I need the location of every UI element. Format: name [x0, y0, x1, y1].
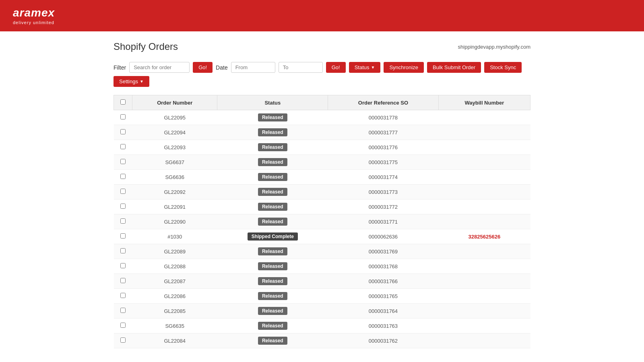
table-row: SG6635Released0000031763	[114, 319, 530, 333]
col-status: Status	[217, 95, 328, 110]
row-checkbox-cell	[114, 274, 132, 289]
logo-name: aramex	[13, 6, 55, 19]
date-go-button[interactable]: Go!	[326, 62, 346, 73]
date-label: Date	[216, 64, 228, 71]
order-reference: 0000031778	[328, 110, 439, 125]
select-all-checkbox[interactable]	[120, 99, 126, 105]
waybill-number	[438, 110, 530, 125]
waybill-number	[438, 185, 530, 200]
row-checkbox[interactable]	[120, 248, 126, 253]
status-badge: Released	[258, 262, 287, 270]
order-number: GL22087	[132, 274, 217, 289]
order-number: SG6636	[132, 170, 217, 185]
order-status: Released	[217, 244, 328, 259]
row-checkbox[interactable]	[120, 323, 126, 328]
row-checkbox-cell	[114, 125, 132, 140]
order-status: Released	[217, 319, 328, 333]
search-go-button[interactable]: Go!	[193, 62, 213, 73]
order-number: GL22091	[132, 200, 217, 214]
status-badge: Released	[258, 277, 287, 285]
order-status: Released	[217, 333, 328, 348]
row-checkbox[interactable]	[120, 308, 126, 313]
stock-sync-button[interactable]: Stock Sync	[484, 62, 522, 73]
table-row: GL22087Released0000031766	[114, 274, 530, 289]
order-reference: 0000031773	[328, 185, 439, 200]
waybill-number	[438, 333, 530, 348]
order-number: GL22094	[132, 125, 217, 140]
waybill-number	[438, 170, 530, 185]
status-button[interactable]: Status ▼	[349, 62, 381, 73]
search-input[interactable]	[129, 62, 190, 73]
row-checkbox[interactable]	[120, 218, 126, 224]
table-row: GL22094Released0000031777	[114, 125, 530, 140]
table-row: GL22085Released0000031764	[114, 304, 530, 319]
bulk-submit-button[interactable]: Bulk Submit Order	[427, 62, 481, 73]
row-checkbox[interactable]	[120, 263, 126, 268]
table-row: GL22086Released0000031765	[114, 289, 530, 304]
row-checkbox[interactable]	[120, 174, 126, 179]
order-reference: 0000031775	[328, 155, 439, 170]
order-reference: 0000031763	[328, 319, 439, 333]
row-checkbox-cell	[114, 259, 132, 274]
app-header: aramex delivery unlimited	[0, 0, 644, 31]
orders-table: Order Number Status Order Reference SO W…	[114, 95, 530, 348]
row-checkbox[interactable]	[120, 278, 126, 283]
row-checkbox[interactable]	[120, 114, 126, 119]
row-checkbox[interactable]	[120, 129, 126, 134]
waybill-number	[438, 214, 530, 229]
order-status: Released	[217, 289, 328, 304]
status-badge: Released	[258, 218, 287, 226]
row-checkbox[interactable]	[120, 144, 126, 149]
order-status: Released	[217, 170, 328, 185]
row-checkbox[interactable]	[120, 189, 126, 194]
table-header-row: Order Number Status Order Reference SO W…	[114, 95, 530, 110]
row-checkbox[interactable]	[120, 233, 126, 239]
order-reference: 0000031766	[328, 274, 439, 289]
row-checkbox-cell	[114, 185, 132, 200]
order-number: GL22092	[132, 185, 217, 200]
order-reference: 0000031764	[328, 304, 439, 319]
row-checkbox-cell	[114, 244, 132, 259]
row-checkbox[interactable]	[120, 293, 126, 298]
order-status: Released	[217, 214, 328, 229]
order-reference: 0000031768	[328, 259, 439, 274]
status-badge: Released	[258, 337, 287, 345]
order-reference: 0000031774	[328, 170, 439, 185]
waybill-number	[438, 140, 530, 155]
date-from-input[interactable]	[231, 62, 275, 73]
status-badge: Released	[258, 128, 287, 136]
row-checkbox-cell	[114, 289, 132, 304]
synchronize-button[interactable]: Synchronize	[384, 62, 424, 73]
status-badge: Released	[258, 113, 287, 121]
waybill-number	[438, 289, 530, 304]
order-status: Released	[217, 304, 328, 319]
row-checkbox-cell	[114, 140, 132, 155]
waybill-number	[438, 274, 530, 289]
row-checkbox-cell	[114, 319, 132, 333]
waybill-number	[438, 244, 530, 259]
table-row: GL22095Released0000031778	[114, 110, 530, 125]
order-number: GL22085	[132, 304, 217, 319]
status-badge: Released	[258, 158, 287, 166]
waybill-number: 32825625626	[438, 229, 530, 244]
col-order-number: Order Number	[132, 95, 217, 110]
page-title: Shopify Orders	[114, 41, 178, 52]
row-checkbox[interactable]	[120, 204, 126, 209]
settings-button[interactable]: Settings ▼	[114, 76, 149, 87]
order-number: SG6637	[132, 155, 217, 170]
order-number: #1030	[132, 229, 217, 244]
status-badge: Released	[258, 203, 287, 211]
status-badge: Released	[258, 188, 287, 196]
order-reference: 0000031777	[328, 125, 439, 140]
main-content: Shopify Orders shippingdevapp.myshopify.…	[101, 31, 543, 358]
waybill-link[interactable]: 32825625626	[469, 234, 501, 240]
date-to-input[interactable]	[279, 62, 323, 73]
row-checkbox[interactable]	[120, 337, 126, 343]
waybill-number	[438, 319, 530, 333]
order-status: Released	[217, 259, 328, 274]
order-number: GL22089	[132, 244, 217, 259]
status-badge: Shipped Complete	[248, 232, 298, 241]
select-all-header[interactable]	[114, 95, 132, 110]
row-checkbox[interactable]	[120, 159, 126, 164]
order-number: GL22095	[132, 110, 217, 125]
